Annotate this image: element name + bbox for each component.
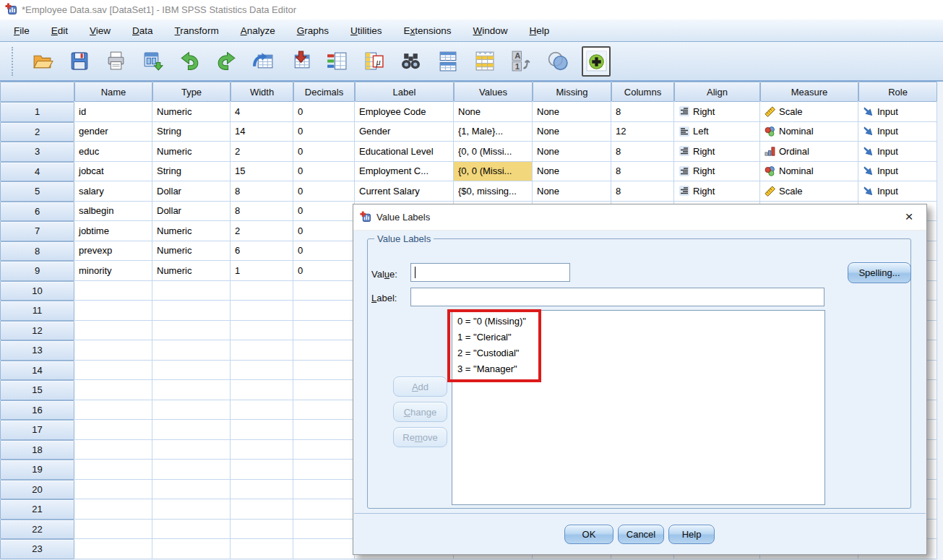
column-header-name[interactable]: Name xyxy=(74,82,152,102)
row-header[interactable]: 21 xyxy=(0,499,74,520)
cell-width[interactable] xyxy=(231,480,293,500)
cell-columns[interactable]: 8 xyxy=(611,142,674,162)
label-input[interactable] xyxy=(410,288,824,306)
value-input[interactable] xyxy=(410,263,570,282)
cell-role[interactable]: Input xyxy=(858,102,937,122)
cell-width[interactable] xyxy=(231,440,293,460)
close-icon[interactable]: × xyxy=(902,210,916,224)
cell-name[interactable] xyxy=(74,340,152,361)
goto-variable-icon[interactable] xyxy=(287,48,313,75)
column-header-label[interactable]: Label xyxy=(355,82,454,102)
cell-name[interactable] xyxy=(74,440,152,460)
menu-edit[interactable]: Edit xyxy=(40,22,79,40)
cell-type[interactable] xyxy=(152,460,231,480)
cell-name[interactable]: salary xyxy=(74,181,152,202)
cell-label[interactable]: Gender xyxy=(355,122,454,142)
cell-type[interactable] xyxy=(152,400,231,421)
cell-missing[interactable]: None xyxy=(533,142,611,162)
row-header[interactable]: 12 xyxy=(0,321,74,341)
cell-name[interactable]: prevexp xyxy=(74,241,152,262)
cell-type[interactable] xyxy=(152,499,231,520)
cell-measure[interactable]: Nominal xyxy=(760,122,858,142)
cell-type[interactable]: Numeric xyxy=(152,221,231,241)
cell-decimals[interactable] xyxy=(293,321,355,341)
dialog-titlebar[interactable]: Value Labels xyxy=(353,204,926,231)
insert-cases-icon[interactable] xyxy=(434,48,460,75)
row-header[interactable]: 10 xyxy=(0,281,74,301)
cell-decimals[interactable] xyxy=(293,281,355,301)
cell-width[interactable] xyxy=(231,520,293,540)
open-icon[interactable] xyxy=(29,48,55,75)
cell-type[interactable] xyxy=(152,321,231,341)
menu-extensions[interactable]: Extensions xyxy=(392,22,462,40)
value-labels-icon[interactable]: A1 xyxy=(508,48,534,75)
cell-decimals[interactable] xyxy=(293,400,355,421)
cell-align[interactable]: Left xyxy=(674,122,760,142)
goto-case-icon[interactable] xyxy=(250,48,276,75)
cell-type[interactable]: Numeric xyxy=(152,261,231,281)
cell-decimals[interactable]: 0 xyxy=(293,261,355,281)
cell-width[interactable]: 1 xyxy=(231,261,293,281)
help-button[interactable]: Help xyxy=(668,525,715,544)
cell-decimals[interactable] xyxy=(293,539,355,559)
cell-role[interactable]: Input xyxy=(858,181,937,202)
print-icon[interactable] xyxy=(103,48,129,75)
value-labels-list[interactable]: 0 = "0 (Missing)"1 = "Clerical"2 = "Cust… xyxy=(452,310,825,505)
cell-type[interactable]: String xyxy=(152,122,231,142)
cell-width[interactable]: 6 xyxy=(231,241,293,262)
menu-utilities[interactable]: Utilities xyxy=(340,22,393,40)
cell-type[interactable]: String xyxy=(152,162,231,182)
cell-measure[interactable]: Nominal xyxy=(760,162,858,182)
cell-decimals[interactable]: 0 xyxy=(293,241,355,262)
cell-type[interactable]: Dollar xyxy=(152,202,231,222)
cell-values[interactable]: {0, 0 (Missi... xyxy=(454,162,533,182)
cell-name[interactable] xyxy=(74,480,152,500)
menu-file[interactable]: File xyxy=(3,22,40,40)
cell-missing[interactable]: None xyxy=(533,162,611,182)
column-header-width[interactable]: Width xyxy=(231,82,293,102)
cell-name[interactable] xyxy=(74,361,152,381)
cell-values[interactable]: {$0, missing... xyxy=(454,181,533,202)
column-header-columns[interactable]: Columns xyxy=(611,82,674,102)
cell-type[interactable] xyxy=(152,520,231,540)
menu-graphs[interactable]: Graphs xyxy=(286,22,340,40)
cell-type[interactable] xyxy=(152,440,231,460)
cell-decimals[interactable]: 0 xyxy=(293,221,355,241)
cell-measure[interactable]: Scale xyxy=(760,181,858,202)
cell-type[interactable] xyxy=(152,281,231,301)
cell-values[interactable]: None xyxy=(454,102,533,122)
cell-type[interactable]: Dollar xyxy=(152,181,231,202)
cell-decimals[interactable]: 0 xyxy=(293,102,355,122)
redo-icon[interactable] xyxy=(213,48,239,75)
cell-missing[interactable]: None xyxy=(533,181,611,202)
cell-decimals[interactable] xyxy=(293,480,355,500)
row-header[interactable]: 4 xyxy=(0,162,74,182)
row-header[interactable]: 18 xyxy=(0,440,74,460)
cell-width[interactable] xyxy=(231,499,293,520)
column-header-missing[interactable]: Missing xyxy=(533,82,611,102)
value-label-entry[interactable]: 0 = "0 (Missing)" xyxy=(457,314,824,329)
cell-type[interactable]: Numeric xyxy=(152,102,231,122)
cell-name[interactable] xyxy=(74,400,152,421)
row-header[interactable]: 17 xyxy=(0,420,74,440)
cell-name[interactable]: educ xyxy=(74,142,152,162)
column-header-measure[interactable]: Measure xyxy=(760,82,858,102)
cell-width[interactable] xyxy=(231,400,293,421)
cell-type[interactable] xyxy=(152,480,231,500)
row-header[interactable]: 22 xyxy=(0,520,74,540)
cell-role[interactable]: Input xyxy=(858,122,937,142)
cell-width[interactable]: 14 xyxy=(231,122,293,142)
cell-type[interactable] xyxy=(152,420,231,440)
cell-columns[interactable]: 12 xyxy=(611,122,674,142)
value-label-entry[interactable]: 2 = "Custodial" xyxy=(457,345,824,361)
cell-label[interactable]: Employee Code xyxy=(355,102,454,122)
cell-name[interactable] xyxy=(74,301,152,321)
cell-missing[interactable]: None xyxy=(533,122,611,142)
column-header-type[interactable]: Type xyxy=(152,82,231,102)
cell-width[interactable]: 8 xyxy=(231,181,293,202)
cell-type[interactable]: Numeric xyxy=(152,241,231,262)
cell-width[interactable]: 15 xyxy=(231,162,293,182)
row-header[interactable]: 8 xyxy=(0,241,74,262)
cell-align[interactable]: Right xyxy=(674,102,760,122)
row-header[interactable]: 2 xyxy=(0,122,74,142)
